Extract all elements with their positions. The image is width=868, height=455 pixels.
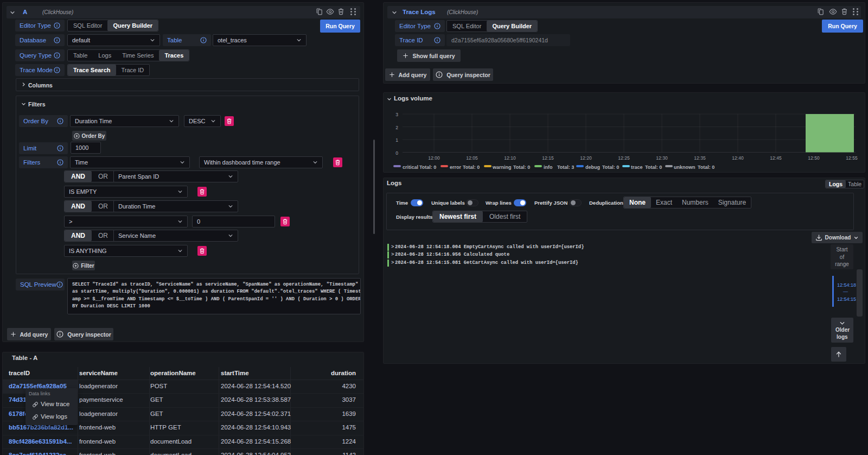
svg-text:Total: 0: Total: 0 xyxy=(698,165,714,170)
svg-text:12:35: 12:35 xyxy=(694,155,706,161)
svg-text:Total: 0: Total: 0 xyxy=(463,165,480,170)
svg-text:info: info xyxy=(544,165,553,170)
svg-text:Total: 0: Total: 0 xyxy=(602,165,619,170)
svg-text:12:10: 12:10 xyxy=(504,155,516,161)
svg-text:2: 2 xyxy=(395,125,398,130)
svg-text:12:05: 12:05 xyxy=(466,155,478,161)
svg-text:12:30: 12:30 xyxy=(656,155,668,161)
svg-text:debug: debug xyxy=(585,165,600,170)
svg-text:1: 1 xyxy=(395,137,398,143)
svg-text:12:45: 12:45 xyxy=(770,155,782,161)
svg-text:unknown: unknown xyxy=(674,165,695,170)
svg-text:Total: 0: Total: 0 xyxy=(645,165,662,170)
svg-text:warning: warning xyxy=(492,165,512,170)
svg-text:trace: trace xyxy=(631,165,643,170)
svg-text:Total: 3: Total: 3 xyxy=(557,165,574,170)
svg-text:12:15: 12:15 xyxy=(542,155,554,161)
svg-text:3: 3 xyxy=(395,112,398,117)
svg-text:Total: 0: Total: 0 xyxy=(513,165,530,170)
svg-text:12:40: 12:40 xyxy=(732,155,744,161)
svg-text:0: 0 xyxy=(395,150,398,156)
svg-text:critical: critical xyxy=(403,165,418,170)
svg-text:Total: 0: Total: 0 xyxy=(419,165,436,170)
svg-text:12:00: 12:00 xyxy=(428,155,440,161)
svg-text:error: error xyxy=(450,165,462,170)
svg-text:12:55: 12:55 xyxy=(846,155,858,161)
svg-text:12:25: 12:25 xyxy=(618,155,630,161)
svg-text:12:20: 12:20 xyxy=(580,155,592,161)
svg-text:12:50: 12:50 xyxy=(808,155,820,161)
